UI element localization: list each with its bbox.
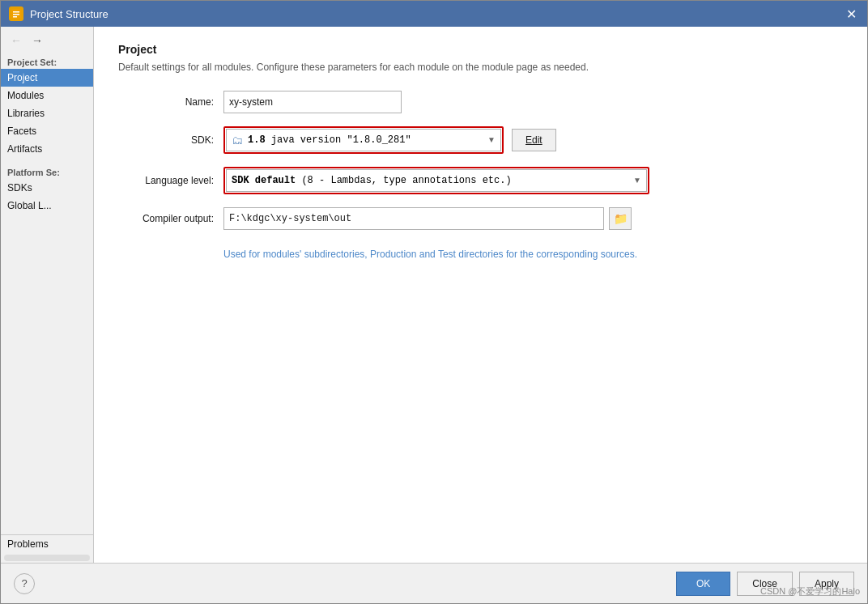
language-level-row: Language level: SDK default (8 - Lambdas… <box>118 167 843 194</box>
language-level-label: Language level: <box>118 175 223 186</box>
bottom-bar: ? OK Close Apply <box>1 563 867 603</box>
sidebar-item-project[interactable]: Project <box>1 69 93 87</box>
section-description: Default settings for all modules. Config… <box>118 61 843 74</box>
sidebar-item-modules[interactable]: Modules <box>1 87 93 104</box>
svg-rect-3 <box>13 16 17 18</box>
back-button[interactable]: ← <box>7 32 25 49</box>
forward-button[interactable]: → <box>28 32 46 49</box>
nav-buttons: ← → <box>1 27 93 54</box>
language-level-dropdown[interactable]: SDK default (8 - Lambdas, type annotatio… <box>226 169 647 192</box>
name-control <box>223 91 628 113</box>
folder-browse-icon: 📁 <box>614 212 628 225</box>
sdk-rest: java version "1.8.0_281" <box>266 134 411 146</box>
svg-rect-1 <box>13 11 19 13</box>
compiler-path-input[interactable] <box>223 207 604 230</box>
sdk-default: SDK default <box>232 175 296 186</box>
sdk-dropdown[interactable]: 🗂 1.8 java version "1.8.0_281" ▼ <box>226 129 501 151</box>
sidebar-item-artifacts[interactable]: Artifacts <box>1 140 93 158</box>
help-button[interactable]: ? <box>14 573 35 594</box>
section-title: Project <box>118 43 843 56</box>
watermark: CSDN @不爱学习的Halo <box>760 585 860 598</box>
ok-button[interactable]: OK <box>676 572 730 596</box>
sdk-controls: 🗂 1.8 java version "1.8.0_281" ▼ Edit <box>223 126 556 154</box>
compiler-controls: 📁 <box>223 207 632 230</box>
sidebar: ← → Project Set: Project Modules Librari… <box>1 27 94 563</box>
sidebar-scrollbar[interactable] <box>4 555 90 561</box>
sidebar-item-problems[interactable]: Problems <box>1 535 93 553</box>
sidebar-item-libraries[interactable]: Libraries <box>1 104 93 122</box>
sidebar-item-global[interactable]: Global L... <box>1 197 93 215</box>
compiler-output-row: Compiler output: 📁 <box>118 207 843 230</box>
sdk-dropdown-highlighted: 🗂 1.8 java version "1.8.0_281" ▼ <box>223 126 504 154</box>
sdk-version: 1.8 <box>248 134 266 146</box>
dialog-title: Project Structure <box>30 8 843 20</box>
sdk-dropdown-text: 1.8 java version "1.8.0_281" <box>248 134 483 146</box>
folder-icon: 🗂 <box>232 134 243 147</box>
name-input[interactable] <box>223 91 402 113</box>
lang-dropdown-highlighted: SDK default (8 - Lambdas, type annotatio… <box>223 167 649 194</box>
sidebar-bottom: Problems <box>1 534 93 563</box>
compiler-output-label: Compiler output: <box>118 213 223 224</box>
main-content: ← → Project Set: Project Modules Librari… <box>1 27 867 563</box>
sidebar-item-facets[interactable]: Facets <box>1 122 93 140</box>
sidebar-item-sdks[interactable]: SDKs <box>1 179 93 197</box>
close-icon[interactable]: ✕ <box>843 6 859 22</box>
lang-level-rest: (8 - Lambdas, type annotations etc.) <box>296 175 511 186</box>
svg-rect-2 <box>13 14 19 15</box>
lang-dropdown-arrow: ▼ <box>633 176 641 185</box>
sdk-row: SDK: 🗂 1.8 java version "1.8.0_281" ▼ <box>118 126 843 154</box>
browse-folder-button[interactable]: 📁 <box>609 207 632 230</box>
compiler-note: Used for modules' subdirectories, Produc… <box>223 248 843 262</box>
platform-settings-label: Platform Se: <box>1 164 93 179</box>
title-bar: Project Structure ✕ <box>1 1 867 27</box>
project-settings-label: Project Set: <box>1 54 93 69</box>
name-label: Name: <box>118 96 223 108</box>
lang-level-text: SDK default (8 - Lambdas, type annotatio… <box>232 175 628 186</box>
sdk-label: SDK: <box>118 134 223 146</box>
name-row: Name: <box>118 91 843 113</box>
right-panel: Project Default settings for all modules… <box>94 27 867 563</box>
app-icon <box>9 6 23 21</box>
sdk-dropdown-arrow: ▼ <box>487 135 496 144</box>
edit-button[interactable]: Edit <box>512 129 556 151</box>
